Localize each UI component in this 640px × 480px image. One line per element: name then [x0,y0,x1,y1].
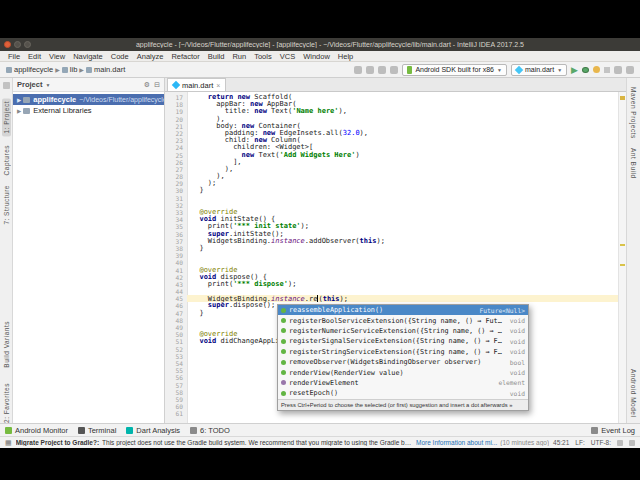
status-message-link[interactable]: More Information about mi... [416,439,497,446]
tool-window-button-label: 6: TODO [200,426,230,435]
tool-window-button-build-variants[interactable]: Build Variants [3,321,10,368]
completion-type: element [492,379,525,386]
menu-item-analyze[interactable]: Analyze [133,52,168,61]
chevron-right-icon[interactable]: ▶ [17,108,21,114]
completion-item-removeobserver[interactable]: removeObserver(WidgetsBindingObserver ob… [278,357,528,367]
chevron-right-icon[interactable]: ▶ [17,97,21,103]
tool-window-icon[interactable] [3,82,10,89]
run-button[interactable]: ▶ [571,66,578,74]
tool-window-button-captures[interactable]: Captures [3,145,10,175]
line-number: 50 [165,331,187,338]
gear-icon[interactable]: ⚙ [144,81,150,89]
tab-main-dart[interactable]: main.dart × [167,78,226,91]
tool-window-button-android-monitor[interactable]: Android Monitor [5,426,68,435]
settings-icon[interactable] [626,66,634,74]
completion-item-registersignalserviceextension[interactable]: registerSignalServiceExtension({String n… [278,336,528,346]
completion-label: renderView(RenderView value) [289,369,404,377]
editor-scrollbar[interactable] [618,92,626,423]
field-icon [281,380,286,385]
completion-item-renderview[interactable]: renderView(RenderView value)void [278,367,528,377]
code-line[interactable]: 44 [165,288,618,295]
breadcrumb-item-main-dart[interactable]: main.dart [86,65,125,74]
code-line[interactable]: 43 print('*** dispose'); [165,281,618,288]
right-tool-window-stripe: Maven ProjectsAnt BuildAndroid Model [626,78,640,423]
project-tree-item-external-libraries[interactable]: ▶External Libraries [13,105,164,116]
editor-body: 17 return new Scaffold(18 appBar: new Ap… [165,92,626,423]
completion-item-registerstringserviceextension[interactable]: registerStringServiceExtension({String n… [278,347,528,357]
tool-window-button-1-project[interactable]: 1: Project [2,98,11,136]
completion-item-reassembleapplication[interactable]: reassembleApplication()Future<Null> [278,305,528,315]
minimize-button[interactable] [14,41,21,48]
code-line[interactable]: 38 } [165,245,618,252]
close-tab-icon[interactable]: × [216,82,220,89]
code-line[interactable]: 28 ), [165,173,618,180]
hot-reload-button[interactable] [593,66,600,73]
code-line[interactable]: 61 [165,410,618,417]
stop-button[interactable] [604,67,610,73]
line-number: 49 [165,324,187,331]
tool-window-button-android-model[interactable]: Android Model [630,369,637,417]
code-line[interactable]: 37 WidgetsBinding.instance.addObserver(t… [165,238,618,245]
device-selector-dropdown[interactable]: Android SDK built for x86 ▼ [402,64,507,76]
menu-item-refactor[interactable]: Refactor [167,52,203,61]
tool-window-button-ant-build[interactable]: Ant Build [630,148,637,179]
search-icon[interactable] [614,66,622,74]
lock-icon[interactable] [617,440,623,446]
menu-item-edit[interactable]: Edit [24,52,45,61]
menu-item-window[interactable]: Window [299,52,334,61]
tool-window-button-event-log[interactable]: Event Log [591,426,635,435]
tool-window-button-2-favorites[interactable]: 2: Favorites [3,383,10,423]
completion-label: registerStringServiceExtension({String n… [289,348,504,356]
menu-item-help[interactable]: Help [334,52,357,61]
tool-window-button-terminal[interactable]: Terminal [78,426,116,435]
tool-window-button-6-todo[interactable]: 6: TODO [190,426,230,435]
encoding-indicator[interactable]: UTF-8: [591,439,611,446]
code-text [187,202,618,209]
project-tree-item-applifecycle[interactable]: ▶applifecycle~/Videos/Flutter/applifecyc… [13,94,164,105]
completion-label: registerSignalServiceExtension({String n… [289,337,504,345]
line-separator-indicator[interactable]: LF: [575,439,584,446]
completion-item-registernumericserviceextension[interactable]: registerNumericServiceExtension({String … [278,326,528,336]
ide-window: applifecycle - [~/Videos/Flutter/applife… [0,38,640,448]
device-selector-label: Android SDK built for x86 [415,66,494,73]
code-line[interactable]: 29 ); [165,180,618,187]
menu-item-tools[interactable]: Tools [250,52,276,61]
tool-window-toggle-icon[interactable]: ▦ [5,439,12,447]
tool-window-button-7-structure[interactable]: 7: Structure [3,185,10,225]
menu-item-view[interactable]: View [45,52,69,61]
menu-item-file[interactable]: File [4,52,24,61]
maximize-button[interactable] [24,41,31,48]
breadcrumb-item-applifecycle[interactable]: applifecycle [6,65,53,74]
save-icon[interactable] [366,66,374,74]
cursor-position[interactable]: 45:21 [553,439,569,446]
code-line[interactable]: 31 [165,195,618,202]
menu-item-run[interactable]: Run [228,52,250,61]
tool-window-button-maven-projects[interactable]: Maven Projects [630,87,637,139]
code-line[interactable]: 30 } [165,187,618,194]
menu-item-navigate[interactable]: Navigate [69,52,107,61]
collapse-all-icon[interactable]: ⊟ [154,81,160,89]
code-line[interactable]: 19 title: new Text('Name here'), [165,108,618,115]
completion-item-resetepoch[interactable]: resetEpoch()void [278,388,528,398]
code-line[interactable]: 39 [165,252,618,259]
menu-item-vcs[interactable]: VCS [276,52,299,61]
project-panel-header[interactable]: Project ▼ ⚙ ⊟ [13,78,164,92]
debug-button[interactable] [582,67,589,73]
hector-icon[interactable] [629,440,635,446]
close-button[interactable] [4,41,11,48]
breadcrumb-item-lib[interactable]: lib [62,65,78,74]
redo-icon[interactable] [390,66,398,74]
code-line[interactable]: 27 ), [165,166,618,173]
tool-window-bar: Android MonitorTerminalDart Analysis6: T… [0,423,640,436]
menu-item-build[interactable]: Build [204,52,229,61]
line-number: 23 [165,137,187,144]
completion-item-renderviewelement[interactable]: renderViewElementelement [278,378,528,388]
method-icon [281,349,286,354]
code-text: } [187,245,618,252]
tool-window-button-dart-analysis[interactable]: Dart Analysis [126,426,180,435]
undo-icon[interactable] [378,66,386,74]
menu-item-code[interactable]: Code [107,52,133,61]
completion-item-registerboolserviceextension[interactable]: registerBoolServiceExtension({String nam… [278,315,528,325]
run-config-dropdown[interactable]: main.dart ▼ [511,64,567,76]
open-icon[interactable] [354,66,362,74]
